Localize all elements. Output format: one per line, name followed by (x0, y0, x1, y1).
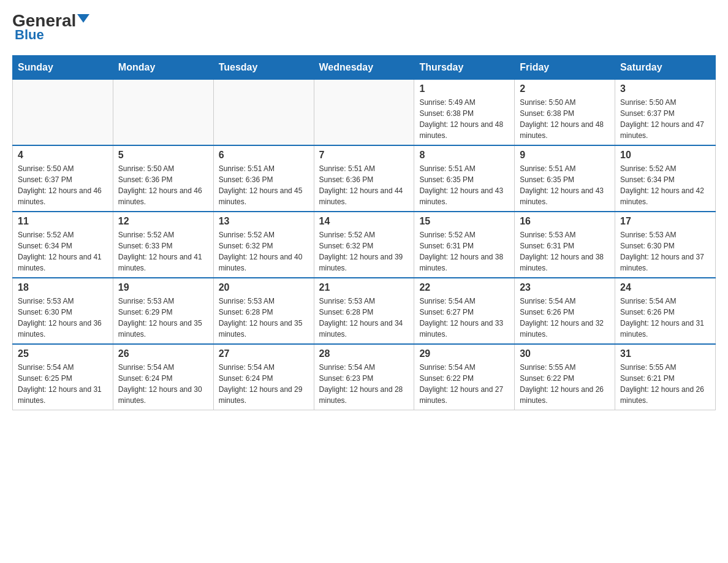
day-number: 30 (520, 348, 610, 359)
calendar-cell: 14Sunrise: 5:52 AMSunset: 6:32 PMDayligh… (314, 212, 414, 278)
day-number: 13 (219, 216, 309, 227)
calendar-cell: 6Sunrise: 5:51 AMSunset: 6:36 PMDaylight… (213, 145, 314, 212)
day-info: Sunrise: 5:53 AMSunset: 6:31 PMDaylight:… (520, 229, 610, 274)
day-info: Sunrise: 5:50 AMSunset: 6:37 PMDaylight:… (18, 163, 108, 207)
calendar-cell: 20Sunrise: 5:53 AMSunset: 6:28 PMDayligh… (213, 278, 314, 344)
day-info: Sunrise: 5:53 AMSunset: 6:30 PMDaylight:… (620, 229, 710, 274)
page-header: General Blue (12, 12, 716, 43)
day-info: Sunrise: 5:54 AMSunset: 6:25 PMDaylight:… (18, 362, 108, 406)
day-info: Sunrise: 5:54 AMSunset: 6:26 PMDaylight:… (620, 296, 710, 340)
calendar-cell: 29Sunrise: 5:54 AMSunset: 6:22 PMDayligh… (414, 344, 515, 410)
calendar-cell (113, 80, 213, 146)
calendar-week-4: 18Sunrise: 5:53 AMSunset: 6:30 PMDayligh… (13, 278, 716, 344)
calendar-cell: 12Sunrise: 5:52 AMSunset: 6:33 PMDayligh… (113, 212, 213, 278)
calendar-header-row: SundayMondayTuesdayWednesdayThursdayFrid… (13, 56, 716, 80)
day-number: 21 (319, 282, 409, 293)
day-info: Sunrise: 5:54 AMSunset: 6:24 PMDaylight:… (118, 362, 208, 406)
day-info: Sunrise: 5:50 AMSunset: 6:36 PMDaylight:… (118, 163, 208, 207)
day-number: 2 (520, 83, 610, 94)
day-info: Sunrise: 5:54 AMSunset: 6:24 PMDaylight:… (219, 362, 309, 406)
day-info: Sunrise: 5:55 AMSunset: 6:22 PMDaylight:… (520, 362, 610, 406)
calendar-week-2: 4Sunrise: 5:50 AMSunset: 6:37 PMDaylight… (13, 145, 716, 212)
calendar-cell: 17Sunrise: 5:53 AMSunset: 6:30 PMDayligh… (615, 212, 716, 278)
day-number: 28 (319, 348, 409, 359)
day-info: Sunrise: 5:54 AMSunset: 6:26 PMDaylight:… (520, 296, 610, 340)
day-info: Sunrise: 5:51 AMSunset: 6:35 PMDaylight:… (419, 163, 509, 207)
calendar-cell: 10Sunrise: 5:52 AMSunset: 6:34 PMDayligh… (615, 145, 716, 212)
day-number: 14 (319, 216, 409, 227)
logo: General Blue (12, 12, 89, 43)
day-info: Sunrise: 5:54 AMSunset: 6:23 PMDaylight:… (319, 362, 409, 406)
calendar-cell: 1Sunrise: 5:49 AMSunset: 6:38 PMDaylight… (414, 80, 515, 146)
calendar-cell: 22Sunrise: 5:54 AMSunset: 6:27 PMDayligh… (414, 278, 515, 344)
calendar-cell: 27Sunrise: 5:54 AMSunset: 6:24 PMDayligh… (213, 344, 314, 410)
day-header-tuesday: Tuesday (213, 56, 314, 80)
calendar-cell: 18Sunrise: 5:53 AMSunset: 6:30 PMDayligh… (13, 278, 113, 344)
calendar-cell: 19Sunrise: 5:53 AMSunset: 6:29 PMDayligh… (113, 278, 213, 344)
day-number: 12 (118, 216, 208, 227)
day-number: 8 (419, 150, 509, 161)
calendar-cell: 28Sunrise: 5:54 AMSunset: 6:23 PMDayligh… (314, 344, 414, 410)
day-number: 18 (18, 282, 108, 293)
calendar-cell: 16Sunrise: 5:53 AMSunset: 6:31 PMDayligh… (515, 212, 615, 278)
calendar-cell: 4Sunrise: 5:50 AMSunset: 6:37 PMDaylight… (13, 145, 113, 212)
calendar-cell: 21Sunrise: 5:53 AMSunset: 6:28 PMDayligh… (314, 278, 414, 344)
calendar-cell: 9Sunrise: 5:51 AMSunset: 6:35 PMDaylight… (515, 145, 615, 212)
day-number: 15 (419, 216, 509, 227)
day-info: Sunrise: 5:50 AMSunset: 6:38 PMDaylight:… (520, 97, 610, 141)
day-info: Sunrise: 5:53 AMSunset: 6:30 PMDaylight:… (18, 296, 108, 340)
calendar-week-5: 25Sunrise: 5:54 AMSunset: 6:25 PMDayligh… (13, 344, 716, 410)
day-number: 29 (419, 348, 509, 359)
day-info: Sunrise: 5:55 AMSunset: 6:21 PMDaylight:… (620, 362, 710, 406)
day-info: Sunrise: 5:51 AMSunset: 6:36 PMDaylight:… (319, 163, 409, 207)
day-info: Sunrise: 5:49 AMSunset: 6:38 PMDaylight:… (419, 97, 509, 141)
day-number: 1 (419, 83, 509, 94)
day-number: 4 (18, 150, 108, 161)
day-info: Sunrise: 5:53 AMSunset: 6:28 PMDaylight:… (319, 296, 409, 340)
calendar-cell: 2Sunrise: 5:50 AMSunset: 6:38 PMDaylight… (515, 80, 615, 146)
day-number: 23 (520, 282, 610, 293)
day-number: 6 (219, 150, 309, 161)
day-header-saturday: Saturday (615, 56, 716, 80)
day-info: Sunrise: 5:52 AMSunset: 6:33 PMDaylight:… (118, 229, 208, 274)
day-number: 9 (520, 150, 610, 161)
day-number: 16 (520, 216, 610, 227)
day-info: Sunrise: 5:53 AMSunset: 6:29 PMDaylight:… (118, 296, 208, 340)
day-info: Sunrise: 5:54 AMSunset: 6:22 PMDaylight:… (419, 362, 509, 406)
day-info: Sunrise: 5:52 AMSunset: 6:32 PMDaylight:… (219, 229, 309, 274)
day-info: Sunrise: 5:50 AMSunset: 6:37 PMDaylight:… (620, 97, 710, 141)
day-number: 17 (620, 216, 710, 227)
calendar-cell: 15Sunrise: 5:52 AMSunset: 6:31 PMDayligh… (414, 212, 515, 278)
day-number: 5 (118, 150, 208, 161)
logo-triangle-icon (77, 14, 89, 23)
calendar-cell: 26Sunrise: 5:54 AMSunset: 6:24 PMDayligh… (113, 344, 213, 410)
calendar-week-1: 1Sunrise: 5:49 AMSunset: 6:38 PMDaylight… (13, 80, 716, 146)
calendar-cell: 24Sunrise: 5:54 AMSunset: 6:26 PMDayligh… (615, 278, 716, 344)
calendar-cell (213, 80, 314, 146)
day-number: 31 (620, 348, 710, 359)
day-info: Sunrise: 5:51 AMSunset: 6:35 PMDaylight:… (520, 163, 610, 207)
day-number: 10 (620, 150, 710, 161)
day-info: Sunrise: 5:52 AMSunset: 6:31 PMDaylight:… (419, 229, 509, 274)
day-info: Sunrise: 5:54 AMSunset: 6:27 PMDaylight:… (419, 296, 509, 340)
day-info: Sunrise: 5:53 AMSunset: 6:28 PMDaylight:… (219, 296, 309, 340)
calendar-cell: 11Sunrise: 5:52 AMSunset: 6:34 PMDayligh… (13, 212, 113, 278)
calendar-table: SundayMondayTuesdayWednesdayThursdayFrid… (12, 55, 716, 410)
day-number: 20 (219, 282, 309, 293)
day-header-friday: Friday (515, 56, 615, 80)
calendar-cell: 13Sunrise: 5:52 AMSunset: 6:32 PMDayligh… (213, 212, 314, 278)
day-header-wednesday: Wednesday (314, 56, 414, 80)
day-number: 27 (219, 348, 309, 359)
logo-blue: Blue (15, 27, 44, 43)
calendar-cell: 23Sunrise: 5:54 AMSunset: 6:26 PMDayligh… (515, 278, 615, 344)
day-number: 26 (118, 348, 208, 359)
calendar-cell: 31Sunrise: 5:55 AMSunset: 6:21 PMDayligh… (615, 344, 716, 410)
calendar-cell: 7Sunrise: 5:51 AMSunset: 6:36 PMDaylight… (314, 145, 414, 212)
day-number: 24 (620, 282, 710, 293)
day-number: 19 (118, 282, 208, 293)
day-header-monday: Monday (113, 56, 213, 80)
calendar-cell: 5Sunrise: 5:50 AMSunset: 6:36 PMDaylight… (113, 145, 213, 212)
day-number: 22 (419, 282, 509, 293)
calendar-cell: 30Sunrise: 5:55 AMSunset: 6:22 PMDayligh… (515, 344, 615, 410)
calendar-cell: 3Sunrise: 5:50 AMSunset: 6:37 PMDaylight… (615, 80, 716, 146)
